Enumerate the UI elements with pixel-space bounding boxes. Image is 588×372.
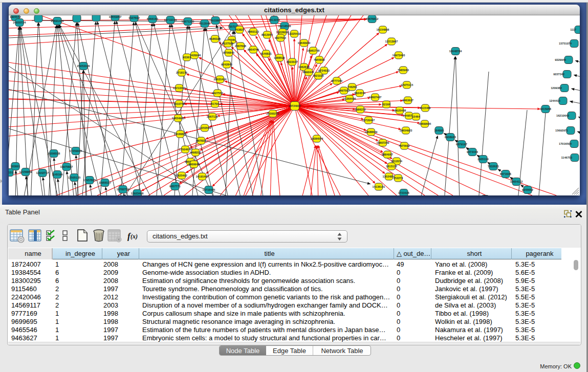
svg-text:17957825: 17957825: [83, 179, 96, 182]
svg-text:2718176: 2718176: [176, 71, 187, 74]
svg-text:15464: 15464: [412, 115, 420, 118]
svg-text:9909949: 9909949: [188, 163, 200, 166]
svg-text:10899695: 10899695: [419, 122, 431, 125]
svg-text:16782759: 16782759: [117, 188, 129, 191]
svg-text:21364436: 21364436: [343, 97, 356, 100]
svg-text:1312074: 1312074: [391, 160, 403, 163]
svg-text:8756845: 8756845: [223, 51, 234, 54]
svg-text:14353594: 14353594: [199, 126, 212, 129]
svg-text:15751074: 15751074: [559, 42, 572, 45]
svg-text:2986372: 2986372: [355, 108, 366, 111]
svg-text:9329946: 9329946: [555, 58, 566, 61]
svg-text:18807249: 18807249: [377, 141, 389, 144]
svg-text:252274: 252274: [394, 177, 404, 180]
svg-text:18654923: 18654923: [400, 129, 412, 132]
svg-text:8660123: 8660123: [248, 30, 259, 33]
svg-text:25053346: 25053346: [77, 64, 90, 68]
svg-text:12505135: 12505135: [68, 176, 81, 179]
svg-text:6466160: 6466160: [147, 17, 158, 20]
svg-text:9245652: 9245652: [522, 188, 533, 191]
svg-text:10807487: 10807487: [369, 96, 382, 99]
svg-text:8454749: 8454749: [248, 48, 259, 51]
svg-text:6879197: 6879197: [456, 143, 467, 146]
svg-text:15692971: 15692971: [555, 129, 568, 132]
svg-text:9227342: 9227342: [553, 73, 564, 76]
svg-text:10688609: 10688609: [365, 130, 378, 134]
svg-text:1209382: 1209382: [551, 86, 562, 90]
svg-text:16961758: 16961758: [307, 49, 320, 52]
svg-text:28031434: 28031434: [214, 78, 227, 81]
svg-text:20206538: 20206538: [48, 152, 60, 155]
svg-text:25300273: 25300273: [267, 112, 279, 115]
svg-text:2935114: 2935114: [477, 158, 489, 161]
svg-text:16154808: 16154808: [377, 28, 389, 31]
svg-text:20691406: 20691406: [51, 19, 64, 23]
svg-text:1010755: 1010755: [173, 102, 185, 105]
svg-text:763822: 763822: [235, 28, 245, 31]
svg-text:(x): (x): [130, 233, 138, 240]
svg-text:15720407: 15720407: [362, 119, 375, 122]
svg-text:9457771: 9457771: [169, 185, 181, 188]
svg-text:20876812: 20876812: [366, 17, 379, 20]
svg-text:9884067: 9884067: [382, 153, 393, 156]
svg-text:16210643: 16210643: [556, 114, 569, 117]
svg-text:19975887: 19975887: [60, 165, 73, 168]
svg-text:19384554: 19384554: [311, 137, 324, 140]
svg-text:12156859: 12156859: [19, 170, 32, 173]
svg-text:8186328: 8186328: [209, 37, 221, 40]
svg-text:19166825: 19166825: [174, 133, 187, 136]
svg-text:8471636: 8471636: [500, 172, 511, 176]
svg-text:8938923: 8938923: [445, 136, 456, 139]
svg-text:19654983: 19654983: [172, 117, 185, 120]
svg-text:19218506: 19218506: [278, 25, 291, 28]
svg-text:1362615: 1362615: [298, 65, 310, 69]
svg-text:746266: 746266: [347, 85, 357, 89]
svg-text:164095: 164095: [434, 129, 444, 132]
svg-text:24055724: 24055724: [13, 21, 27, 24]
svg-text:9474444: 9474444: [467, 150, 478, 154]
svg-text:10973493: 10973493: [393, 54, 405, 57]
svg-text:93361: 93361: [183, 56, 191, 59]
svg-text:9734023: 9734023: [318, 69, 330, 72]
svg-text:16640910: 16640910: [298, 41, 311, 45]
svg-text:9127505: 9127505: [222, 42, 233, 45]
svg-text:1244415: 1244415: [549, 99, 560, 102]
svg-text:62166: 62166: [382, 103, 390, 106]
svg-text:9327503: 9327503: [275, 36, 286, 39]
svg-text:10025438: 10025438: [394, 109, 406, 112]
svg-text:10671355: 10671355: [182, 20, 194, 23]
svg-text:9146821: 9146821: [260, 52, 272, 55]
svg-text:14136141: 14136141: [373, 185, 385, 188]
svg-text:183001: 183001: [11, 165, 20, 168]
svg-text:9427552: 9427552: [212, 92, 223, 95]
svg-text:1733426: 1733426: [398, 191, 409, 194]
svg-text:7955812: 7955812: [314, 58, 325, 61]
svg-text:39151: 39151: [9, 171, 13, 174]
svg-text:1615132: 1615132: [386, 165, 397, 168]
svg-text:10653267: 10653267: [109, 15, 122, 18]
svg-text:16191447: 16191447: [196, 175, 209, 178]
svg-text:1146753: 1146753: [561, 156, 572, 159]
svg-text:81700: 81700: [211, 102, 219, 105]
svg-text:15716485: 15716485: [203, 188, 215, 191]
svg-text:17359934: 17359934: [70, 149, 83, 152]
svg-text:18724007: 18724007: [289, 104, 301, 107]
svg-text:7513546: 7513546: [199, 22, 210, 25]
svg-text:2367608: 2367608: [235, 45, 246, 48]
svg-text:16033809: 16033809: [209, 19, 222, 22]
svg-text:8322037: 8322037: [287, 60, 298, 63]
svg-text:7632621: 7632621: [488, 165, 499, 168]
svg-text:13325419: 13325419: [288, 32, 301, 35]
svg-text:7975692: 7975692: [399, 144, 410, 147]
svg-text:6497503: 6497503: [338, 89, 350, 92]
svg-text:8813054: 8813054: [269, 18, 280, 21]
svg-text:9498222: 9498222: [190, 151, 201, 154]
svg-text:3267130: 3267130: [207, 115, 218, 118]
svg-text:16648784: 16648784: [449, 50, 463, 53]
svg-text:1145194: 1145194: [52, 173, 63, 176]
svg-text:12942717: 12942717: [36, 171, 49, 174]
svg-text:12213967: 12213967: [385, 40, 398, 43]
svg-text:1527602: 1527602: [128, 16, 140, 19]
svg-text:887833: 887833: [197, 139, 206, 142]
svg-text:8912954: 8912954: [262, 33, 273, 36]
